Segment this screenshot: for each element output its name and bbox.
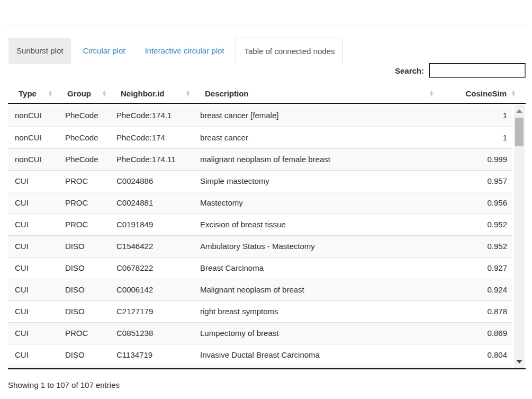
scrollbar-thumb[interactable] (515, 118, 524, 146)
sort-icon: ▲▼ (102, 90, 107, 96)
column-header-label: Group (67, 89, 91, 98)
cell-description: Excision of breast tissue (196, 214, 439, 235)
table-row[interactable]: CUIDISOC1546422Ambulatory Status - Maste… (8, 235, 512, 257)
cell-neighbor_id: C0024881 (112, 192, 196, 214)
cell-description: breast cancer (196, 127, 439, 148)
cell-type: CUI (8, 258, 58, 279)
cell-type: nonCUI (8, 149, 58, 170)
cell-description: Simple mastectomy (196, 171, 439, 192)
cell-group: PROC (58, 192, 112, 214)
column-header-neighbor-id[interactable]: Neighbor.id ▲▼ (112, 84, 196, 103)
table-bottom-border (8, 368, 526, 369)
cell-type: CUI (8, 344, 58, 366)
column-header-type[interactable]: Type ▲▼ (8, 84, 58, 103)
table-row[interactable]: CUIDISOC0678222Breast Carcinoma0.927 (8, 257, 512, 279)
cell-description: breast cancer [female] (196, 105, 439, 127)
cell-neighbor_id: PheCode:174 (112, 127, 196, 148)
table-row[interactable]: CUIPROCC0851238Lumpectomy of breast0.869 (8, 322, 512, 344)
cell-group: PheCode (58, 149, 112, 170)
top-divider (5, 25, 527, 25)
table-info-text: Showing 1 to 107 of 107 entries (8, 380, 120, 389)
cell-neighbor_id: C0851238 (112, 323, 196, 344)
cell-group: PROC (58, 323, 112, 344)
cell-neighbor_id: PheCode:174.11 (112, 149, 196, 170)
sort-icon: ▲▼ (429, 90, 434, 96)
column-header-label: Neighbor.id (121, 89, 165, 98)
cell-type: nonCUI (8, 105, 58, 127)
cell-group: DISO (58, 236, 112, 257)
table-row[interactable]: CUIPROCC0191849Excision of breast tissue… (8, 214, 512, 235)
cell-type: nonCUI (8, 127, 58, 148)
column-header-label: Type (19, 89, 37, 98)
cell-neighbor_id: C0006142 (112, 279, 196, 300)
column-header-description[interactable]: Description ▲▼ (196, 84, 439, 103)
cell-neighbor_id: C0678222 (112, 258, 196, 279)
triangle-up-icon (516, 109, 522, 113)
table-row[interactable]: CUIDISOC2127179right breast symptoms0.87… (8, 300, 512, 322)
cell-cosine_sim: 0.999 (439, 149, 512, 170)
cell-cosine_sim: 0.952 (439, 236, 512, 257)
cell-cosine_sim: 0.869 (439, 323, 512, 344)
table-row[interactable]: CUIPROCC0024886Simple mastectomy0.957 (8, 170, 512, 192)
cell-neighbor_id: C1134719 (112, 344, 196, 366)
cell-cosine_sim: 0.957 (439, 171, 512, 192)
cell-cosine_sim: 0.878 (439, 301, 512, 322)
column-header-group[interactable]: Group ▲▼ (58, 84, 112, 103)
cell-cosine_sim: 1 (439, 127, 512, 148)
tab-interactive-circular-plot[interactable]: Interactive circular plot (137, 38, 232, 64)
cell-type: CUI (8, 192, 58, 214)
sort-icon: ▲▼ (185, 90, 191, 96)
cell-description: Breast Carcinoma (196, 258, 439, 279)
cell-description: Invasive Ductal Breast Carcinoma (196, 344, 439, 366)
cell-description: Ambulatory Status - Mastectomy (196, 236, 439, 257)
cell-neighbor_id: C1546422 (112, 236, 196, 257)
cell-group: PheCode (58, 105, 112, 127)
tab-circular-plot[interactable]: Circular plot (75, 38, 133, 64)
search-bar: Search: (395, 63, 526, 78)
cell-cosine_sim: 1 (439, 105, 512, 127)
tab-table-of-connected-nodes[interactable]: Table of connected nodes (236, 38, 343, 64)
column-header-label: CosineSim (465, 89, 507, 98)
cell-group: DISO (58, 344, 112, 366)
table-row[interactable]: nonCUIPheCodePheCode:174.1breast cancer … (8, 105, 512, 127)
search-input[interactable] (429, 63, 526, 78)
tab-sunburst-plot[interactable]: Sunburst plot (8, 38, 71, 64)
cell-neighbor_id: C0191849 (112, 214, 196, 235)
cell-group: PROC (58, 171, 112, 192)
cell-description: right breast symptoms (196, 301, 439, 322)
scrollbar-down-button[interactable] (514, 356, 525, 367)
vertical-scrollbar[interactable] (514, 105, 525, 368)
cell-description: Mastectomy (196, 192, 439, 214)
table-row[interactable]: CUIDISOC0006142Malignant neoplasm of bre… (8, 279, 512, 300)
cell-description: Lumpectomy of breast (196, 323, 439, 344)
table-row[interactable]: nonCUIPheCodePheCode:174breast cancer1 (8, 127, 512, 148)
cell-cosine_sim: 0.952 (439, 214, 512, 235)
cell-type: CUI (8, 236, 58, 257)
cell-neighbor_id: PheCode:174.1 (112, 105, 196, 127)
sort-icon: ▲▼ (511, 90, 516, 96)
cell-type: CUI (8, 171, 58, 192)
cell-group: DISO (58, 301, 112, 322)
cell-cosine_sim: 0.927 (439, 258, 512, 279)
cell-type: CUI (8, 214, 58, 235)
cell-description: malignant neoplasm of female breast (196, 149, 439, 170)
cell-cosine_sim: 0.956 (439, 192, 512, 214)
cell-type: CUI (8, 323, 58, 344)
table-row[interactable]: CUIPROCC0024881Mastectomy0.956 (8, 192, 512, 214)
cell-group: DISO (58, 279, 112, 300)
triangle-down-icon (516, 360, 522, 363)
scrollbar-up-button[interactable] (514, 106, 525, 117)
cell-neighbor_id: C2127179 (112, 301, 196, 322)
table-row[interactable]: CUIDISOC1134719Invasive Ductal Breast Ca… (8, 344, 512, 366)
cell-neighbor_id: C0024886 (112, 171, 196, 192)
cell-cosine_sim: 0.924 (439, 279, 512, 300)
cell-group: PheCode (58, 127, 112, 148)
table-header: Type ▲▼ Group ▲▼ Neighbor.id ▲▼ Descript… (8, 84, 526, 104)
cell-type: CUI (8, 301, 58, 322)
table-body: nonCUIPheCodePheCode:174.1breast cancer … (8, 105, 512, 366)
tab-bar: Sunburst plot Circular plot Interactive … (8, 38, 343, 64)
table-row[interactable]: nonCUIPheCodePheCode:174.11malignant neo… (8, 148, 512, 170)
column-header-cosinesim[interactable]: CosineSim ▲▼ (439, 84, 526, 103)
cell-group: PROC (58, 214, 112, 235)
sort-icon: ▲▼ (48, 90, 53, 96)
